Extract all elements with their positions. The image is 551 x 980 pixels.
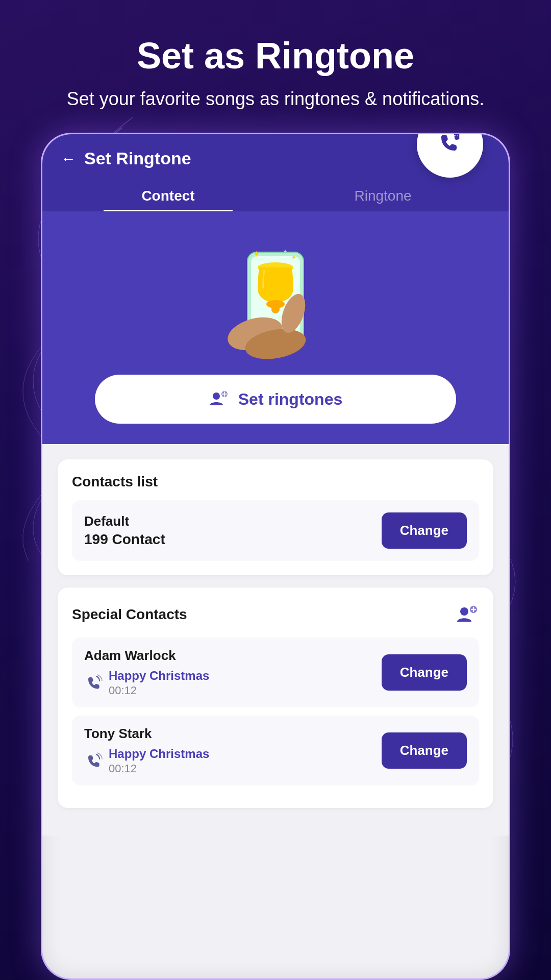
special-contacts-section: Special Contacts Adam Warlock <box>58 587 493 808</box>
change-button-1[interactable]: Change <box>382 654 467 691</box>
content-area: Contacts list Default 199 Contact Change… <box>42 444 509 836</box>
phone-ringing-icon-1 <box>84 674 103 692</box>
song-name-2: Happy Christmas <box>109 747 209 761</box>
tab-bar: Contect Ringtone <box>61 181 490 211</box>
set-ringtones-button[interactable]: Set ringtones <box>95 375 457 424</box>
default-label: Default <box>84 513 165 529</box>
add-contact-btn-icon <box>209 389 229 409</box>
phone-music-icon <box>432 133 468 162</box>
phone-ringing-icon-2 <box>84 752 103 770</box>
hand-illustration: ✦ ✦ ✦ <box>204 222 347 364</box>
tab-ringtone[interactable]: Ringtone <box>276 181 490 211</box>
phone-mockup: ← Set Ringtone Contect Ringtone <box>41 133 510 980</box>
default-contact-row: Default 199 Contact Change <box>72 500 479 561</box>
contacts-list-section: Contacts list Default 199 Contact Change <box>58 459 493 575</box>
special-header: Special Contacts <box>72 602 479 627</box>
song-duration-1: 00:12 <box>109 684 209 697</box>
svg-text:✦: ✦ <box>283 249 287 254</box>
default-count: 199 Contact <box>84 531 165 548</box>
song-duration-2: 00:12 <box>109 762 209 775</box>
hero-section: ✦ ✦ ✦ Set ringtones <box>42 211 509 444</box>
page-subtitle: Set your favorite songs as ringtones & n… <box>31 86 520 112</box>
contacts-list-title: Contacts list <box>72 474 479 490</box>
special-contact-item-2: Tony Stark Happy Christmas 00:12 Cha <box>72 716 479 786</box>
special-contacts-title: Special Contacts <box>72 606 187 623</box>
contact-name-2: Tony Stark <box>84 726 209 742</box>
add-special-contact-button[interactable] <box>454 602 479 627</box>
page-title: Set as Ringtone <box>31 36 520 76</box>
svg-point-9 <box>271 305 280 313</box>
special-contact-item: Adam Warlock Happy Christmas 00:12 <box>72 638 479 707</box>
svg-point-13 <box>213 393 220 400</box>
default-change-button[interactable]: Change <box>382 512 467 549</box>
change-button-2[interactable]: Change <box>382 732 467 769</box>
svg-point-17 <box>460 607 468 616</box>
app-header-title: Set Ringtone <box>84 149 191 168</box>
back-button[interactable]: ← <box>61 150 76 167</box>
song-name-1: Happy Christmas <box>109 669 209 683</box>
svg-text:✦: ✦ <box>253 249 260 259</box>
tab-contact[interactable]: Contect <box>61 181 276 211</box>
set-ringtones-btn-label: Set ringtones <box>238 390 342 409</box>
svg-text:✦: ✦ <box>291 253 297 261</box>
contact-name-1: Adam Warlock <box>84 648 209 664</box>
